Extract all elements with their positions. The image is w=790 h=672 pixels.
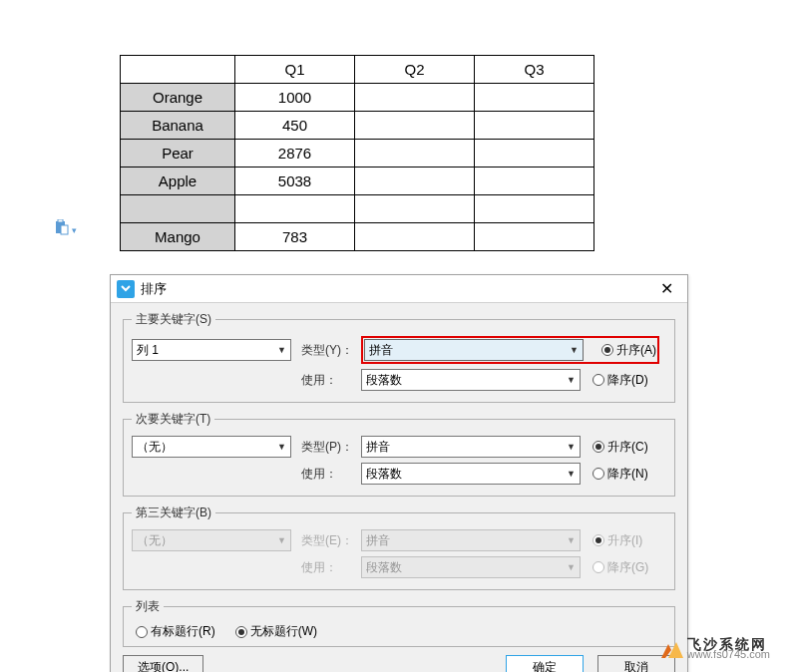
secondary-use-select[interactable]: 段落数▼	[361, 463, 581, 485]
list-header-group: 列表 有标题行(R) 无标题行(W)	[123, 598, 675, 647]
primary-asc-radio[interactable]: 升序(A)	[601, 342, 656, 359]
table-row	[121, 195, 594, 223]
primary-type-select[interactable]: 拼音▼	[364, 339, 584, 361]
paste-options-caret-icon: ▾	[72, 225, 77, 235]
secondary-asc-radio[interactable]: 升序(C)	[592, 439, 648, 456]
primary-use-label: 使用：	[301, 372, 361, 389]
dialog-title: 排序	[141, 280, 651, 298]
tertiary-desc-radio: 降序(G)	[592, 559, 648, 576]
secondary-use-label: 使用：	[301, 466, 361, 483]
tertiary-legend: 第三关键字(B)	[132, 504, 215, 521]
primary-use-select[interactable]: 段落数▼	[361, 369, 581, 391]
svg-rect-1	[58, 219, 63, 222]
no-header-radio[interactable]: 无标题行(W)	[235, 623, 317, 640]
primary-key-group: 主要关键字(S) 列 1▼ 类型(Y)： 拼音▼ 升序(A) 使用： 段落数▼	[123, 311, 675, 403]
table-row: Banana450	[121, 112, 594, 140]
secondary-column-select[interactable]: （无）▼	[132, 436, 291, 458]
col-header[interactable]: Q1	[235, 56, 355, 84]
has-header-radio[interactable]: 有标题行(R)	[136, 623, 215, 640]
watermark-brand: 飞沙系统网 www.fs0745.com	[661, 637, 770, 660]
col-header[interactable]: Q2	[355, 56, 475, 84]
chevron-down-icon: ▼	[277, 345, 286, 355]
table-row: Pear2876	[121, 140, 594, 168]
table-row: Apple5038	[121, 168, 594, 195]
secondary-type-label: 类型(P)：	[301, 439, 361, 456]
paste-options-icon[interactable]	[55, 219, 69, 235]
chevron-down-icon: ▼	[277, 535, 286, 545]
chevron-down-icon: ▼	[567, 535, 576, 545]
table-row: Orange1000	[121, 84, 594, 112]
primary-column-select[interactable]: 列 1▼	[132, 339, 291, 361]
tertiary-type-label: 类型(E)：	[301, 532, 361, 549]
data-table[interactable]: Q1 Q2 Q3 Orange1000 Banana450 Pear2876 A…	[120, 55, 594, 251]
app-icon	[117, 280, 135, 298]
col-header[interactable]: Q3	[475, 56, 594, 84]
primary-type-label: 类型(Y)：	[301, 342, 361, 359]
chevron-down-icon: ▼	[567, 375, 576, 385]
table-header-row: Q1 Q2 Q3	[121, 56, 594, 84]
tertiary-use-select: 段落数▼	[361, 556, 581, 578]
secondary-type-select[interactable]: 拼音▼	[361, 436, 581, 458]
tertiary-type-select: 拼音▼	[361, 529, 581, 551]
sort-dialog: 排序 ✕ 主要关键字(S) 列 1▼ 类型(Y)： 拼音▼ 升序(A) 使用	[110, 274, 688, 672]
close-icon[interactable]: ✕	[651, 279, 681, 298]
chevron-down-icon: ▼	[277, 442, 286, 452]
secondary-key-group: 次要关键字(T) （无）▼ 类型(P)： 拼音▼ 升序(C) 使用： 段落数▼ …	[123, 411, 675, 497]
svg-rect-2	[61, 225, 68, 234]
brand-url: www.fs0745.com	[687, 649, 770, 660]
options-button[interactable]: 选项(O)...	[123, 655, 203, 672]
tertiary-use-label: 使用：	[301, 559, 361, 576]
ok-button[interactable]: 确定	[506, 655, 584, 672]
secondary-desc-radio[interactable]: 降序(N)	[592, 466, 648, 483]
brand-logo-icon	[661, 640, 683, 658]
primary-desc-radio[interactable]: 降序(D)	[592, 372, 648, 389]
dialog-titlebar[interactable]: 排序 ✕	[111, 275, 687, 303]
tertiary-key-group: 第三关键字(B) （无）▼ 类型(E)： 拼音▼ 升序(I) 使用： 段落数▼ …	[123, 504, 675, 590]
chevron-down-icon: ▼	[567, 469, 576, 479]
document-table-area: Q1 Q2 Q3 Orange1000 Banana450 Pear2876 A…	[120, 55, 594, 251]
list-legend: 列表	[132, 598, 164, 615]
chevron-down-icon: ▼	[570, 345, 579, 355]
table-row: Mango783	[121, 223, 594, 251]
tertiary-asc-radio: 升序(I)	[592, 532, 642, 549]
primary-legend: 主要关键字(S)	[132, 311, 215, 328]
secondary-legend: 次要关键字(T)	[132, 411, 214, 428]
tertiary-column-select: （无）▼	[132, 529, 291, 551]
chevron-down-icon: ▼	[567, 562, 576, 572]
primary-type-highlight: 拼音▼ 升序(A)	[361, 336, 659, 364]
chevron-down-icon: ▼	[567, 442, 576, 452]
